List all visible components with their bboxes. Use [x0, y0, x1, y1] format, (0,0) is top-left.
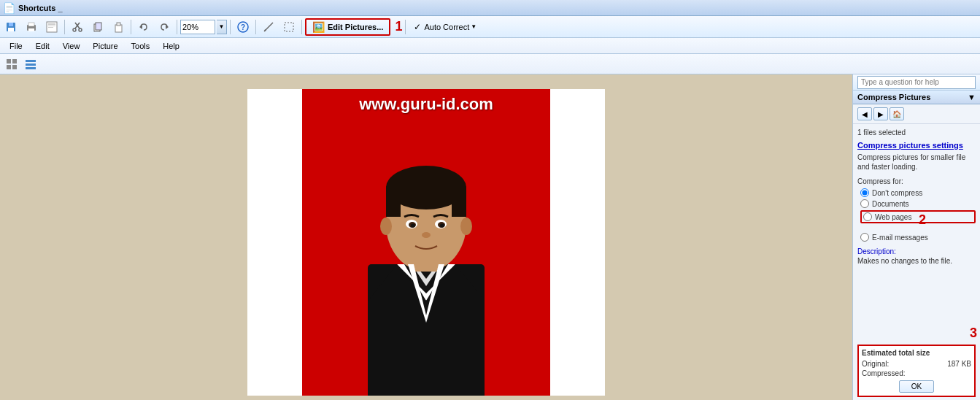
panel-dropdown-btn[interactable]: ▼: [968, 93, 976, 101]
help-input[interactable]: [857, 76, 976, 89]
radio-dont-compress-label: Don't compress: [872, 189, 922, 197]
svg-point-46: [422, 232, 431, 238]
description-section: Description: Makes no changes to the fil…: [857, 247, 976, 265]
toolbar2: [0, 54, 980, 74]
edit-pictures-button[interactable]: 🖼️ Edit Pictures...: [305, 18, 390, 36]
draw-button[interactable]: [259, 18, 278, 36]
svg-rect-38: [386, 188, 401, 217]
compressed-size-row: Compressed:: [862, 369, 971, 377]
person-figure: [324, 118, 528, 396]
svg-point-13: [79, 28, 82, 31]
svg-rect-26: [12, 59, 17, 64]
autocorrect-button[interactable]: ✓ Auto Correct ▼: [409, 18, 482, 36]
svg-point-45: [440, 224, 444, 228]
nav-back-button[interactable]: ◀: [857, 107, 872, 120]
svg-rect-25: [7, 59, 11, 64]
toolbar: 20% ▼ ? 🖼️ Edit Pictures... 1 ✓ Auto Cor…: [0, 16, 980, 38]
compressed-label: Compressed:: [862, 369, 905, 377]
compress-for-label: Compress for:: [857, 177, 976, 185]
menu-bar: File Edit View Picture Tools Help: [0, 38, 980, 54]
nav-forward-button[interactable]: ▶: [873, 107, 888, 120]
compress-options-group: Don't compress Documents Web pages 2 E-m…: [857, 188, 976, 242]
step-3-label: 3: [970, 326, 977, 341]
svg-rect-30: [26, 64, 36, 66]
autocorrect-label: Auto Correct: [424, 23, 469, 31]
menu-edit[interactable]: Edit: [29, 39, 56, 53]
menu-file[interactable]: File: [3, 39, 29, 53]
files-selected-text: 1 files selected: [857, 128, 976, 136]
menu-help[interactable]: Help: [156, 39, 186, 53]
menu-view[interactable]: View: [56, 39, 87, 53]
zoom-dropdown-btn[interactable]: ▼: [217, 20, 227, 34]
edit-pictures-label: Edit Pictures...: [328, 23, 383, 31]
svg-rect-15: [96, 23, 101, 30]
estimated-title: Estimated total size: [862, 349, 971, 357]
original-value: 187 KB: [947, 360, 971, 368]
undo-button[interactable]: [134, 18, 153, 36]
estimated-size-section: Estimated total size Original: 187 KB Co…: [857, 345, 976, 397]
separator-2: [131, 20, 131, 34]
list-view-button[interactable]: [22, 56, 39, 72]
print-button[interactable]: [22, 18, 41, 36]
separator-5: [255, 20, 256, 34]
svg-rect-29: [26, 60, 36, 62]
separator-3: [177, 20, 177, 34]
app-icon: 📄: [3, 2, 15, 14]
radio-dont-compress-input[interactable]: [860, 188, 869, 197]
radio-email-input[interactable]: [860, 233, 869, 242]
save-button[interactable]: [1, 18, 20, 36]
main-area: www.guru-id.com: [0, 74, 980, 400]
svg-rect-1: [9, 23, 13, 26]
separator-6: [301, 20, 302, 34]
radio-documents[interactable]: Documents: [860, 199, 976, 208]
copy-button[interactable]: [88, 18, 107, 36]
photo-container: www.guru-id.com: [302, 89, 550, 396]
svg-rect-5: [28, 28, 34, 31]
svg-point-44: [411, 224, 415, 228]
separator-1: [64, 20, 65, 34]
help-bar: [853, 74, 980, 91]
radio-documents-label: Documents: [872, 200, 909, 208]
svg-rect-17: [117, 23, 120, 26]
watermark-text: www.guru-id.com: [302, 95, 550, 114]
preview-button[interactable]: [42, 18, 61, 36]
description-text: Makes no changes to the file.: [857, 257, 976, 265]
svg-point-12: [73, 28, 76, 31]
svg-rect-24: [285, 23, 293, 31]
svg-rect-31: [26, 67, 36, 69]
svg-point-48: [460, 218, 472, 235]
separator-7: [405, 20, 406, 34]
compress-settings-link[interactable]: Compress pictures settings: [857, 141, 976, 150]
radio-documents-input[interactable]: [860, 199, 869, 208]
step-2-label: 2: [919, 212, 980, 228]
cut-button[interactable]: [68, 18, 87, 36]
panel-content: 1 files selected Compress pictures setti…: [853, 124, 980, 342]
grid-view-button[interactable]: [3, 56, 20, 72]
ok-button[interactable]: OK: [899, 380, 934, 393]
svg-point-47: [380, 218, 392, 235]
redo-button[interactable]: [155, 18, 174, 36]
nav-home-button[interactable]: 🏠: [890, 107, 904, 120]
menu-picture[interactable]: Picture: [86, 39, 124, 53]
radio-email[interactable]: E-mail messages: [860, 233, 976, 242]
paste-button[interactable]: [109, 18, 128, 36]
original-label: Original:: [862, 360, 889, 368]
radio-dont-compress[interactable]: Don't compress: [860, 188, 976, 197]
radio-email-label: E-mail messages: [872, 234, 928, 242]
panel-title: Compress Pictures: [857, 93, 930, 101]
radio-web-pages-input[interactable]: [863, 212, 872, 221]
help-button[interactable]: ?: [234, 18, 252, 36]
menu-tools[interactable]: Tools: [125, 39, 157, 53]
title-bar: 📄 Shortcuts _: [0, 0, 980, 16]
description-label: Description:: [857, 247, 976, 255]
svg-rect-9: [48, 27, 53, 28]
document-canvas: www.guru-id.com: [247, 89, 605, 396]
canvas-area: www.guru-id.com: [0, 74, 852, 400]
select-button[interactable]: [279, 18, 298, 36]
svg-rect-2: [8, 28, 14, 31]
svg-rect-28: [12, 65, 17, 69]
original-size-row: Original: 187 KB: [862, 360, 971, 368]
zoom-input[interactable]: 20%: [180, 20, 215, 34]
svg-rect-27: [7, 65, 11, 69]
svg-rect-4: [28, 23, 34, 26]
